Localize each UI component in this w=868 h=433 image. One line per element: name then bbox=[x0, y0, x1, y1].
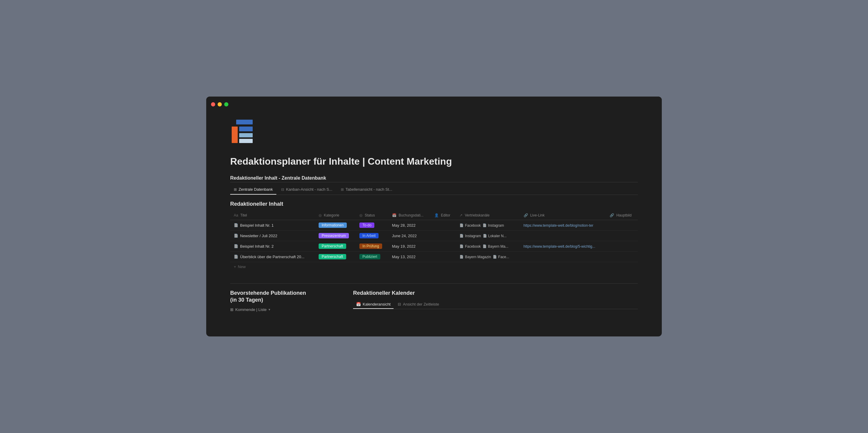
cell-kategorie: Informationen bbox=[315, 220, 356, 231]
cell-kanaele: 📄Facebook📄Instagram bbox=[456, 220, 520, 231]
page-title: Redaktionsplaner für Inhalte | Content M… bbox=[230, 156, 638, 167]
tab-zentrale-datenbank[interactable]: ⊞ Zentrale Datenbank bbox=[230, 185, 276, 195]
status-badge: In Arbeit bbox=[360, 233, 378, 238]
col-icon-hauptbild: 🔗 bbox=[610, 213, 614, 218]
channel-tag: 📄Lokaler N... bbox=[483, 234, 506, 238]
cell-datum: May 13, 2022 bbox=[389, 252, 431, 262]
row-doc-icon: 📄 bbox=[234, 244, 238, 248]
cell-datum: May 19, 2022 bbox=[389, 241, 431, 252]
cell-editor bbox=[431, 241, 456, 252]
add-new-label: New bbox=[238, 264, 246, 269]
kommende-table-icon: ⊞ bbox=[230, 307, 234, 312]
cell-status: To-do bbox=[356, 220, 388, 231]
channel-name: Face... bbox=[498, 255, 509, 259]
channel-tag: 📄Facebook bbox=[460, 223, 481, 228]
tab-icon-tabelle: ⊞ bbox=[341, 187, 344, 192]
channel-tag: 📄Facebook bbox=[460, 244, 481, 249]
channel-name: Lokaler N... bbox=[488, 234, 506, 238]
channel-doc-icon: 📄 bbox=[483, 234, 487, 238]
tab-icon-zeitleiste: ⊟ bbox=[398, 302, 401, 307]
bottom-left-section: Bevorstehende Publikationen(in 30 Tagen)… bbox=[230, 290, 341, 312]
tab-icon-zentrale: ⊞ bbox=[234, 187, 237, 192]
cell-status: In Arbeit bbox=[356, 231, 388, 241]
col-icon-editor: 👤 bbox=[434, 213, 439, 218]
cell-kategorie: Partnerschaft bbox=[315, 252, 356, 262]
cell-hauptbild bbox=[606, 220, 638, 231]
channel-doc-icon: 📄 bbox=[460, 234, 464, 238]
cell-datum: June 24, 2022 bbox=[389, 231, 431, 241]
tab-label-kalender: Kalenderansicht bbox=[363, 302, 391, 307]
cell-hauptbild bbox=[606, 231, 638, 241]
tab-zeitleiste[interactable]: ⊟ Ansicht der Zeitleiste bbox=[395, 300, 442, 309]
svg-rect-0 bbox=[236, 120, 253, 124]
cell-kanaele: 📄Facebook📄Bayern Ma... bbox=[456, 241, 520, 252]
channel-doc-icon: 📄 bbox=[483, 223, 487, 227]
channel-tag: 📄Instagram bbox=[460, 234, 481, 238]
minimize-button[interactable] bbox=[218, 102, 222, 107]
cell-titel: 📄Beispiel Inhalt Nr. 1 bbox=[230, 220, 315, 231]
channel-name: Instagram bbox=[488, 223, 504, 228]
table-row[interactable]: 📄Überblick über die Partnerschaft 20...P… bbox=[230, 252, 638, 262]
channel-name: Bayern Ma... bbox=[488, 244, 508, 249]
live-link-text[interactable]: https://www.template-welt.de/blog/notion… bbox=[524, 223, 593, 228]
channel-name: Facebook bbox=[465, 244, 481, 249]
section-header-row: Redaktioneller Inhalt - Zentrale Datenba… bbox=[230, 175, 638, 181]
kategorie-badge: Partnerschaft bbox=[319, 243, 346, 249]
cell-livelink bbox=[520, 231, 606, 241]
add-new-button[interactable]: + New bbox=[230, 262, 638, 271]
table-header-row: Aa Titel ◎ Kategorie ◎ Status 📅 bbox=[230, 211, 638, 220]
cell-status: Publiziert bbox=[356, 252, 388, 262]
table-row[interactable]: 📄Beispiel Inhalt Nr. 2PartnerschaftIn Pr… bbox=[230, 241, 638, 252]
cell-kategorie: Pressezentrum bbox=[315, 231, 356, 241]
col-icon-livelink: 🔗 bbox=[524, 213, 528, 218]
db-section-title: Redaktioneller Inhalt bbox=[230, 201, 638, 207]
col-header-hauptbild: 🔗 Hauptbild bbox=[606, 211, 638, 220]
table-row[interactable]: 📄Newsletter / Juli 2022PressezentrumIn A… bbox=[230, 231, 638, 241]
tab-icon-kalender: 📅 bbox=[356, 302, 361, 307]
tab-label-kanban: Kanban-Ansicht - nach S... bbox=[286, 187, 332, 192]
row-title-text: Beispiel Inhalt Nr. 1 bbox=[240, 223, 274, 228]
svg-rect-3 bbox=[239, 133, 253, 137]
row-doc-icon: 📄 bbox=[234, 255, 238, 259]
tab-kalenderansicht[interactable]: 📅 Kalenderansicht bbox=[353, 300, 394, 309]
data-table-container: Aa Titel ◎ Kategorie ◎ Status 📅 bbox=[230, 211, 638, 271]
cell-kanaele: 📄Bayern Magazin📄Face... bbox=[456, 252, 520, 262]
col-icon-kanaele: ↗ bbox=[460, 213, 463, 218]
svg-rect-2 bbox=[239, 126, 253, 131]
chevron-down-icon: ▾ bbox=[269, 308, 270, 312]
bottom-left-title: Bevorstehende Publikationen(in 30 Tagen) bbox=[230, 290, 341, 304]
bottom-right-section: Redaktioneller Kalender 📅 Kalenderansich… bbox=[353, 290, 638, 312]
maximize-button[interactable] bbox=[224, 102, 228, 107]
close-button[interactable] bbox=[211, 102, 215, 107]
add-icon: + bbox=[234, 264, 236, 269]
channel-doc-icon: 📄 bbox=[460, 223, 464, 227]
channel-name: Bayern Magazin bbox=[465, 255, 491, 259]
col-header-livelink: 🔗 Live-Link bbox=[520, 211, 606, 220]
tab-tabelle[interactable]: ⊞ Tabellenansicht - nach St... bbox=[337, 185, 396, 195]
row-title-text: Newsletter / Juli 2022 bbox=[240, 234, 277, 238]
tabs-bar: ⊞ Zentrale Datenbank ⊟ Kanban-Ansicht - … bbox=[230, 185, 638, 195]
row-doc-icon: 📄 bbox=[234, 223, 238, 227]
row-title-text: Überblick über die Partnerschaft 20... bbox=[240, 255, 305, 259]
live-link-text[interactable]: https://www.template-welt.de/blog/5-wich… bbox=[524, 244, 595, 249]
channel-doc-icon: 📄 bbox=[460, 244, 464, 248]
kommende-view-link[interactable]: ⊞ Kommende | Liste ▾ bbox=[230, 307, 341, 312]
tab-label-tabelle: Tabellenansicht - nach St... bbox=[346, 187, 392, 192]
tab-icon-kanban: ⊟ bbox=[281, 187, 284, 192]
tab-kanban[interactable]: ⊟ Kanban-Ansicht - nach S... bbox=[278, 185, 336, 195]
channel-name: Instagram bbox=[465, 234, 481, 238]
cell-livelink: https://www.template-welt.de/blog/5-wich… bbox=[520, 241, 606, 252]
channel-doc-icon: 📄 bbox=[483, 244, 487, 248]
row-title-text: Beispiel Inhalt Nr. 2 bbox=[240, 244, 274, 249]
kommende-label: Kommende | Liste bbox=[235, 307, 267, 312]
bottom-right-title: Redaktioneller Kalender bbox=[353, 290, 638, 296]
logo-icon bbox=[230, 118, 254, 145]
kategorie-badge: Partnerschaft bbox=[319, 254, 346, 259]
cell-editor bbox=[431, 252, 456, 262]
cell-status: In Prüfung bbox=[356, 241, 388, 252]
col-header-kanaele: ↗ Vertriebskanäle bbox=[456, 211, 520, 220]
section-divider bbox=[230, 182, 638, 182]
col-icon-datum: 📅 bbox=[392, 213, 397, 218]
cell-hauptbild bbox=[606, 252, 638, 262]
table-row[interactable]: 📄Beispiel Inhalt Nr. 1InformationenTo-do… bbox=[230, 220, 638, 231]
